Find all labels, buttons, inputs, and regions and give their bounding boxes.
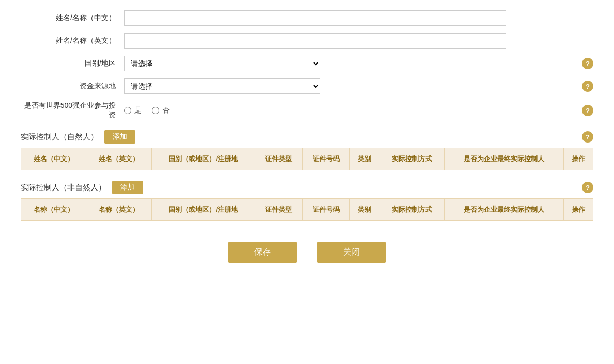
- col-control-method: 实际控制方式: [379, 148, 444, 170]
- fortune500-no-radio[interactable]: [152, 107, 159, 114]
- col-name-en: 姓名（英文）: [86, 148, 151, 170]
- fortune500-radio-group: 是 否: [124, 106, 170, 115]
- natural-person-add-button[interactable]: 添加: [104, 130, 135, 144]
- fund-source-select[interactable]: 请选择: [124, 78, 320, 94]
- country-label: 国别/地区: [21, 59, 124, 68]
- fortune500-no-option[interactable]: 否: [152, 106, 170, 115]
- non-natural-person-table-header: 名称（中文） 名称（英文） 国别（或地区）/注册地 证件类型 证件号码 类别 实…: [21, 199, 593, 221]
- non-natural-person-add-button[interactable]: 添加: [112, 181, 143, 194]
- non-natural-person-table-wrapper: 名称（中文） 名称（英文） 国别（或地区）/注册地 证件类型 证件号码 类别 实…: [21, 198, 593, 221]
- name-en-label: 姓名/名称（英文）: [21, 36, 124, 45]
- col-cert-no: 证件号码: [302, 148, 350, 170]
- name-cn-label: 姓名/名称（中文）: [21, 13, 124, 23]
- country-help-icon[interactable]: ?: [582, 58, 593, 69]
- col-country: 国别（或地区）/注册地: [151, 148, 255, 170]
- save-button[interactable]: 保存: [228, 242, 297, 263]
- bottom-button-group: 保存 关闭: [21, 242, 593, 273]
- fortune500-yes-radio[interactable]: [124, 107, 131, 114]
- col-operation: 操作: [563, 148, 593, 170]
- fortune500-no-label: 否: [162, 106, 170, 115]
- fortune500-yes-option[interactable]: 是: [124, 106, 142, 115]
- non-natural-person-help-icon[interactable]: ?: [582, 182, 593, 193]
- fortune500-help-icon[interactable]: ?: [582, 105, 593, 116]
- fund-source-help-icon[interactable]: ?: [582, 81, 593, 92]
- col-org-cert-no: 证件号码: [302, 199, 350, 221]
- col-is-final-controller: 是否为企业最终实际控制人: [444, 148, 563, 170]
- name-cn-input[interactable]: [124, 10, 506, 26]
- fortune500-label: 是否有世界500强企业参与投资: [21, 101, 124, 120]
- natural-person-table: 姓名（中文） 姓名（英文） 国别（或地区）/注册地 证件类型 证件号码 类别 实…: [21, 148, 593, 170]
- fund-source-label: 资金来源地: [21, 82, 124, 91]
- natural-person-help-icon[interactable]: ?: [582, 131, 593, 143]
- natural-person-section-title: 实际控制人（自然人）: [21, 132, 98, 142]
- col-cert-type: 证件类型: [255, 148, 302, 170]
- non-natural-person-table: 名称（中文） 名称（英文） 国别（或地区）/注册地 证件类型 证件号码 类别 实…: [21, 198, 593, 221]
- col-org-is-final-controller: 是否为企业最终实际控制人: [444, 199, 563, 221]
- country-select[interactable]: 请选择: [124, 56, 320, 71]
- col-org-control-method: 实际控制方式: [379, 199, 444, 221]
- col-org-name-en: 名称（英文）: [86, 199, 151, 221]
- name-en-input[interactable]: [124, 33, 506, 49]
- col-name-cn: 姓名（中文）: [21, 148, 86, 170]
- col-org-name-cn: 名称（中文）: [21, 199, 86, 221]
- col-org-operation: 操作: [563, 199, 593, 221]
- non-natural-person-section-title: 实际控制人（非自然人）: [21, 183, 106, 193]
- natural-person-table-wrapper: 姓名（中文） 姓名（英文） 国别（或地区）/注册地 证件类型 证件号码 类别 实…: [21, 148, 593, 170]
- col-org-category: 类别: [350, 199, 379, 221]
- fortune500-yes-label: 是: [134, 106, 142, 115]
- col-category: 类别: [350, 148, 379, 170]
- close-button[interactable]: 关闭: [317, 242, 386, 263]
- col-org-cert-type: 证件类型: [255, 199, 302, 221]
- col-org-country: 国别（或地区）/注册地: [151, 199, 255, 221]
- natural-person-table-header: 姓名（中文） 姓名（英文） 国别（或地区）/注册地 证件类型 证件号码 类别 实…: [21, 148, 593, 170]
